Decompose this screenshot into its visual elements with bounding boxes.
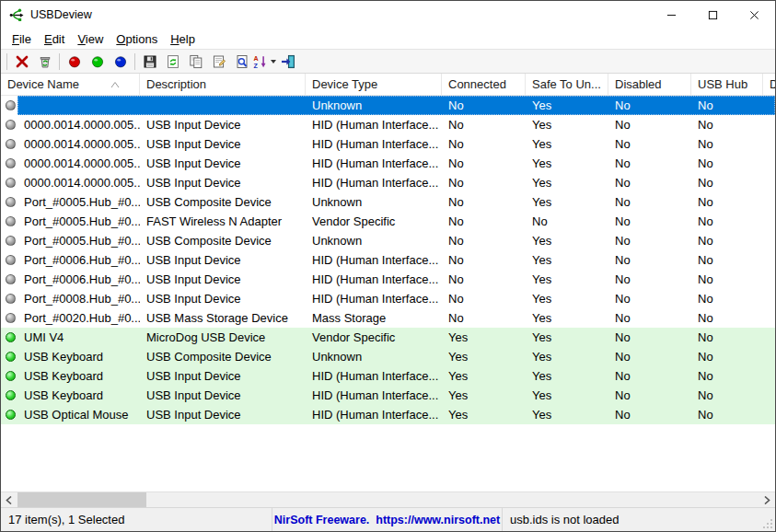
- cell-device-name: 0000.0014.0000.005...: [17, 154, 140, 173]
- table-row[interactable]: 0000.0014.0000.005...USB Input DeviceHID…: [1, 115, 775, 134]
- table-row[interactable]: USB KeyboardUSB Composite DeviceUnknownY…: [1, 347, 775, 366]
- cell-device-type: HID (Human Interface...: [306, 366, 442, 386]
- table-row[interactable]: USB KeyboardUSB Input DeviceHID (Human I…: [1, 386, 775, 405]
- copy-button[interactable]: [184, 51, 207, 72]
- row-cells: USB KeyboardUSB Input DeviceHID (Human I…: [17, 366, 775, 386]
- scrollbar-track[interactable]: [17, 492, 759, 507]
- menu-file[interactable]: File: [6, 30, 38, 48]
- column-header-connected[interactable]: Connected: [442, 74, 526, 95]
- scroll-right-button[interactable]: [759, 492, 775, 507]
- minimize-button[interactable]: [651, 1, 692, 29]
- column-header-device-name[interactable]: Device Name: [1, 74, 140, 95]
- column-header-usb-hub[interactable]: USB Hub: [691, 74, 763, 95]
- cell-connected: No: [442, 212, 526, 231]
- cell-device-name: Port_#0005.Hub_#0...: [17, 212, 140, 231]
- table-row[interactable]: UMI V4MicroDog USB DeviceVendor Specific…: [1, 328, 775, 347]
- cell-description: USB Input Device: [140, 173, 306, 192]
- svg-text:Z: Z: [253, 62, 258, 68]
- enable-device-button[interactable]: [86, 51, 109, 72]
- toolbar-separator: [6, 53, 7, 70]
- save-button[interactable]: [138, 51, 161, 72]
- table-row[interactable]: 0000.0014.0000.005...USB Input DeviceHID…: [1, 154, 775, 173]
- cell-disabled: No: [608, 328, 691, 347]
- column-header-d[interactable]: D: [763, 74, 775, 95]
- maximize-button[interactable]: [692, 1, 734, 29]
- cell-device-name: USB Keyboard: [17, 347, 140, 366]
- column-label: Description: [146, 74, 206, 95]
- dot-zone: [1, 405, 17, 424]
- cell-extra: [763, 366, 775, 386]
- status-message: usb.ids is not loaded: [503, 508, 775, 531]
- table-row[interactable]: Port_#0005.Hub_#0...USB Composite Device…: [1, 231, 775, 250]
- table-row[interactable]: Port_#0005.Hub_#0...USB Composite Device…: [1, 192, 775, 212]
- column-header-description[interactable]: Description: [140, 74, 306, 95]
- exit-button[interactable]: [276, 51, 299, 72]
- cell-device-type: HID (Human Interface...: [306, 154, 442, 173]
- cell-extra: [763, 134, 775, 154]
- dot-zone: [1, 328, 17, 347]
- scrollbar-thumb[interactable]: [17, 492, 146, 507]
- connected-device-dot-icon: [6, 410, 16, 420]
- table-row[interactable]: 0000.0014.0000.005...USB Input DeviceHID…: [1, 134, 775, 154]
- dot-zone: [1, 366, 17, 386]
- table-row[interactable]: Port_#0006.Hub_#0...USB Input DeviceHID …: [1, 250, 775, 270]
- cell-connected: No: [442, 270, 526, 289]
- row-cells: Port_#0005.Hub_#0...USB Composite Device…: [17, 192, 775, 212]
- menu-options[interactable]: Options: [110, 30, 164, 48]
- row-cells: Port_#0020.Hub_#0...USB Mass Storage Dev…: [17, 308, 775, 328]
- sort-button[interactable]: AZ: [253, 51, 276, 72]
- dot-zone: [1, 270, 17, 289]
- cell-device-type: HID (Human Interface...: [306, 405, 442, 424]
- properties-button[interactable]: [207, 51, 230, 72]
- cell-device-type: HID (Human Interface...: [306, 250, 442, 270]
- close-button[interactable]: [734, 1, 775, 29]
- cell-connected: No: [442, 173, 526, 192]
- cell-description: MicroDog USB Device: [140, 328, 306, 347]
- nirsoft-link[interactable]: NirSoft Freeware. https://www.nirsoft.ne…: [272, 508, 503, 531]
- delete-icon: [15, 54, 29, 69]
- table-body: UnknownNoYesNoNo0000.0014.0000.005...USB…: [1, 96, 775, 424]
- table-row[interactable]: 0000.0014.0000.005...USB Input DeviceHID…: [1, 173, 775, 192]
- menu-edit[interactable]: Edit: [38, 30, 71, 48]
- menu-bar: FileEditViewOptionsHelp: [1, 29, 775, 49]
- cell-device-type: Unknown: [306, 192, 442, 212]
- cell-device-name: USB Optical Mouse: [17, 405, 140, 424]
- column-header-safe-to-un[interactable]: Safe To Un...: [526, 74, 608, 95]
- toolbar: AZ: [1, 49, 775, 74]
- cell-extra: [763, 289, 775, 308]
- refresh-button[interactable]: [161, 51, 184, 72]
- cell-safe-to-unplug: Yes: [526, 289, 608, 308]
- cell-usb-hub: No: [691, 347, 763, 366]
- table-row[interactable]: Port_#0008.Hub_#0...USB Input DeviceHID …: [1, 289, 775, 308]
- table-row[interactable]: Port_#0005.Hub_#0...FAST Wireless N Adap…: [1, 212, 775, 231]
- cell-device-name: 0000.0014.0000.005...: [17, 173, 140, 192]
- delete-button[interactable]: [10, 51, 33, 72]
- dot-zone: [1, 192, 17, 212]
- cell-device-type: HID (Human Interface...: [306, 134, 442, 154]
- table-row[interactable]: Port_#0006.Hub_#0...USB Input DeviceHID …: [1, 270, 775, 289]
- cell-extra: [763, 231, 775, 250]
- table-row[interactable]: USB KeyboardUSB Input DeviceHID (Human I…: [1, 366, 775, 386]
- find-button[interactable]: [230, 51, 253, 72]
- horizontal-scrollbar[interactable]: [1, 492, 775, 507]
- column-header-disabled[interactable]: Disabled: [608, 74, 691, 95]
- device-dot-icon: [6, 313, 16, 323]
- uninstall-button[interactable]: [33, 51, 56, 72]
- device-dot-icon: [6, 100, 16, 110]
- resize-grip[interactable]: [762, 518, 773, 529]
- device-dot-icon: [6, 120, 16, 130]
- cell-usb-hub: No: [691, 96, 763, 115]
- table-row[interactable]: USB Optical MouseUSB Input DeviceHID (Hu…: [1, 405, 775, 424]
- column-header-device-type[interactable]: Device Type: [306, 74, 442, 95]
- menu-view[interactable]: View: [71, 30, 110, 48]
- cell-usb-hub: No: [691, 328, 763, 347]
- scroll-left-button[interactable]: [1, 492, 17, 507]
- table-row[interactable]: UnknownNoYesNoNo: [1, 96, 775, 115]
- table-row[interactable]: Port_#0020.Hub_#0...USB Mass Storage Dev…: [1, 308, 775, 328]
- cell-usb-hub: No: [691, 115, 763, 134]
- cell-connected: Yes: [442, 366, 526, 386]
- menu-help[interactable]: Help: [164, 30, 202, 48]
- disconnect-device-button[interactable]: [63, 51, 86, 72]
- cell-safe-to-unplug: Yes: [526, 250, 608, 270]
- disable-device-button[interactable]: [109, 51, 132, 72]
